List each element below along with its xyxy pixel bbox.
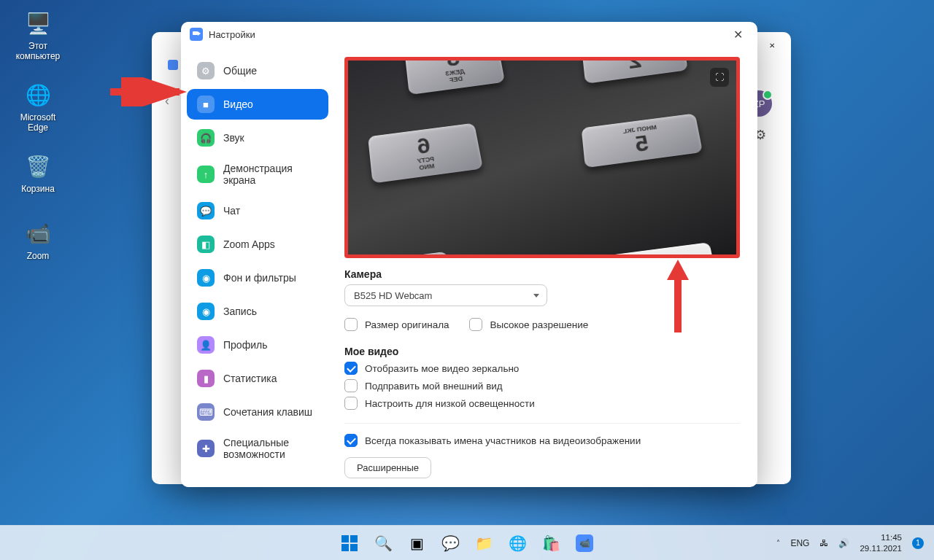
svg-marker-1 [667, 260, 689, 332]
zoom-taskbar-icon[interactable]: 📹 [570, 529, 599, 558]
desktop-icon-glyph: 📹 [23, 219, 53, 248]
high-res-label: Высокое разрешение [490, 319, 588, 330]
camera-preview: 3ДЕЖЗDEF АБВГ ABC2 6РСТУMNO МНОП JKL5 9 … [344, 57, 740, 258]
settings-window: Настройки ✕ ⚙Общие■Видео🎧Звук↑Демонстрац… [181, 22, 757, 487]
sidebar-item-label: Zoom Apps [223, 238, 275, 250]
sidebar-item-label: Демонстрация экрана [223, 163, 318, 186]
svg-rect-4 [341, 544, 349, 551]
sidebar-item-7[interactable]: ◉Запись [187, 296, 328, 327]
high-res-checkbox[interactable] [469, 318, 482, 331]
low-light-checkbox[interactable] [344, 397, 358, 410]
desktop-icon-3[interactable]: 📹Zoom [10, 219, 66, 261]
high-res-row: Высокое разрешение [469, 318, 588, 331]
store-icon[interactable]: 🛍️ [536, 529, 566, 558]
taskbar-tray: ˄ ENG 🖧 🔊 11:45 29.11.2021 1 [776, 532, 934, 553]
sidebar-item-6[interactable]: ◉Фон и фильтры [187, 262, 328, 293]
sidebar-item-3[interactable]: ↑Демонстрация экрана [187, 156, 328, 192]
camera-select[interactable]: B525 HD Webcam [344, 284, 547, 306]
desktop-icon-glyph: 🖥️ [23, 9, 53, 38]
chat-icon[interactable]: 💬 [436, 529, 465, 558]
clock-time: 11:45 [860, 532, 902, 542]
my-video-section-label: Мое видео [344, 346, 740, 357]
sidebar-item-label: Фон и фильтры [223, 272, 296, 284]
settings-titlebar: Настройки ✕ [181, 22, 757, 47]
sidebar-item-icon: ✚ [197, 440, 215, 457]
show-names-row: Всегда показывать имена участников на ви… [344, 434, 740, 447]
notification-badge[interactable]: 1 [912, 537, 924, 549]
low-light-label: Настроить для низкой освещенности [365, 398, 535, 409]
sidebar-item-icon: ⌨ [197, 403, 215, 421]
sidebar-item-icon: 🎧 [197, 129, 215, 147]
sidebar-item-label: Специальныевозможности [223, 437, 289, 460]
sidebar-item-4[interactable]: 💬Чат [187, 195, 328, 226]
sidebar-item-label: Запись [223, 306, 257, 317]
expand-preview-icon[interactable]: ⛶ [710, 68, 729, 87]
sidebar-item-label: Сочетания клавиш [223, 406, 312, 418]
close-icon[interactable]: ✕ [727, 25, 749, 44]
low-light-row: Настроить для низкой освещенности [344, 397, 740, 410]
annotation-arrow-up [660, 260, 696, 340]
divider [344, 423, 740, 424]
original-size-label: Размер оригинала [365, 319, 449, 330]
sidebar-item-icon: ⚙ [197, 62, 215, 79]
explorer-icon[interactable]: 📁 [469, 529, 498, 558]
search-icon[interactable]: 🔍 [368, 529, 398, 558]
sidebar-item-icon: ▮ [197, 370, 215, 387]
sidebar-item-icon: 💬 [197, 202, 215, 219]
mirror-checkbox[interactable] [344, 362, 358, 375]
original-size-checkbox[interactable] [344, 318, 358, 331]
sidebar-item-label: Чат [223, 205, 240, 217]
sidebar-item-icon: 👤 [197, 336, 215, 354]
annotation-arrow-right [107, 77, 194, 106]
sidebar-item-label: Видео [223, 98, 253, 110]
desktop-icon-label: MicrosoftEdge [10, 112, 66, 133]
touch-up-checkbox[interactable] [344, 379, 358, 392]
sidebar-item-label: Звук [223, 132, 244, 144]
sidebar-item-8[interactable]: 👤Профиль [187, 330, 328, 360]
taskbar: 🔍 ▣ 💬 📁 🌐 🛍️ 📹 ˄ ENG 🖧 🔊 11:45 29.11.202… [0, 525, 934, 560]
clock-date: 29.11.2021 [860, 543, 902, 553]
taskbar-center: 🔍 ▣ 💬 📁 🌐 🛍️ 📹 [335, 529, 599, 558]
touch-up-label: Подправить мой внешний вид [365, 381, 503, 392]
tray-chevron-icon[interactable]: ˄ [776, 539, 780, 547]
sidebar-item-icon: ↑ [197, 166, 215, 183]
start-button[interactable] [335, 529, 364, 558]
show-names-label: Всегда показывать имена участников на ви… [365, 435, 641, 446]
desktop-icon-1[interactable]: 🌐MicrosoftEdge [10, 80, 66, 133]
network-icon[interactable]: 🖧 [819, 538, 828, 548]
sidebar-item-1[interactable]: ■Видео [187, 89, 328, 120]
mirror-label: Отобразить мое видео зеркально [365, 363, 519, 374]
svg-rect-3 [350, 535, 358, 542]
volume-icon[interactable]: 🔊 [838, 538, 849, 548]
sidebar-item-icon: ◉ [197, 269, 215, 287]
language-indicator[interactable]: ENG [790, 538, 809, 548]
sidebar-item-2[interactable]: 🎧Звук [187, 122, 328, 153]
task-view-icon[interactable]: ▣ [402, 529, 431, 558]
mirror-row: Отобразить мое видео зеркально [344, 362, 740, 375]
sidebar-item-icon: ◉ [197, 303, 215, 320]
zoom-icon [190, 28, 203, 41]
desktop-icon-glyph: 🌐 [23, 80, 53, 109]
sidebar-item-9[interactable]: ▮Статистика [187, 363, 328, 394]
advanced-button[interactable]: Расширенные [344, 457, 431, 478]
edge-icon[interactable]: 🌐 [503, 529, 532, 558]
sidebar-item-5[interactable]: ◧Zoom Apps [187, 229, 328, 260]
clock[interactable]: 11:45 29.11.2021 [860, 532, 902, 553]
sidebar-item-0[interactable]: ⚙Общие [187, 55, 328, 86]
close-button[interactable]: ✕ [759, 35, 785, 55]
sidebar-item-label: Статистика [223, 373, 277, 384]
desktop-icon-label: Этоткомпьютер [10, 41, 66, 62]
sidebar-item-icon: ◧ [197, 236, 215, 253]
sidebar-item-icon: ■ [197, 96, 215, 113]
settings-title: Настройки [209, 29, 255, 40]
show-names-checkbox[interactable] [344, 434, 358, 447]
desktop-icon-label: Zoom [10, 251, 66, 261]
svg-rect-2 [341, 535, 349, 542]
sidebar-item-label: Общие [223, 65, 257, 77]
original-size-row: Размер оригинала [344, 318, 449, 331]
touch-up-row: Подправить мой внешний вид [344, 379, 740, 392]
desktop-icon-0[interactable]: 🖥️Этоткомпьютер [10, 9, 66, 62]
sidebar-item-11[interactable]: ✚Специальныевозможности [187, 430, 328, 467]
sidebar-item-10[interactable]: ⌨Сочетания клавиш [187, 397, 328, 427]
desktop-icon-2[interactable]: 🗑️Корзина [10, 152, 66, 194]
